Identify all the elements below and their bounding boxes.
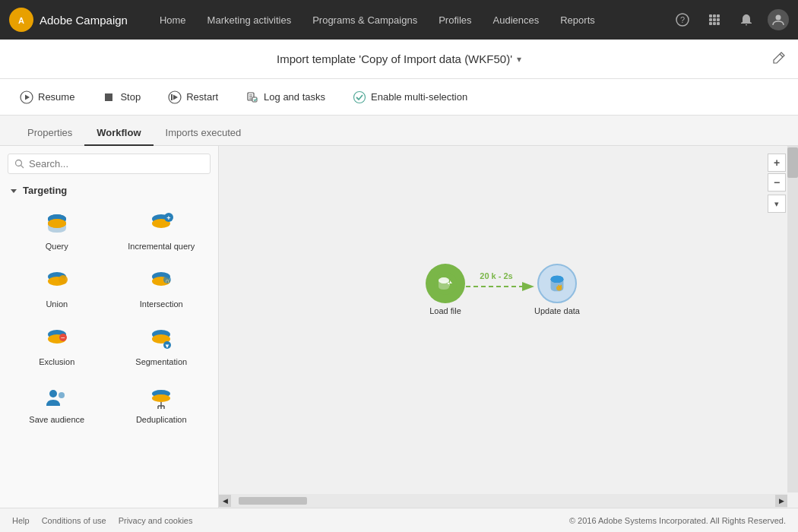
sidebar: Targeting Query + [0,146,219,508]
header-title: Import template 'Copy of Import data (WK… [277,52,521,65]
sidebar-item-query[interactable]: Query [8,205,106,257]
svg-point-68 [551,276,564,283]
tab-workflow[interactable]: Workflow [84,121,153,146]
svg-point-54 [59,392,65,398]
nav-home[interactable]: Home [150,10,195,30]
sidebar-item-save-audience[interactable]: Save audience [8,378,106,430]
edit-icon[interactable] [772,51,786,68]
resume-icon [20,90,33,104]
intersection-icon: ∩ [147,269,175,296]
enable-multiselect-button[interactable]: Enable multi-selection [348,87,472,107]
vertical-scrollbar-thumb [787,147,798,178]
svg-text:▼: ▼ [164,343,170,350]
user-icon[interactable] [768,9,789,30]
connector-svg: 20 k - 2s [219,146,796,508]
logo-text: Adobe Campaign [40,14,128,27]
scroll-track [231,497,775,505]
load-file-circle [426,264,465,303]
nav-profiles[interactable]: Profiles [429,10,480,30]
save-audience-label: Save audience [29,415,84,424]
query-label: Query [46,242,68,251]
stop-icon [102,90,116,104]
nav-marketing[interactable]: Marketing activities [198,10,301,30]
restart-icon [168,90,182,104]
log-tasks-icon [245,90,259,104]
vertical-scrollbar[interactable] [787,146,798,492]
footer-privacy[interactable]: Privacy and cookies [119,516,193,525]
footer-conditions[interactable]: Conditions of use [42,516,106,525]
zoom-out-button[interactable]: − [768,173,786,192]
sidebar-item-segmentation[interactable]: ▼ Segmentation [112,321,211,372]
svg-text:?: ? [680,15,685,24]
search-input[interactable] [29,158,204,169]
tab-imports-executed[interactable]: Imports executed [154,121,254,146]
logo-icon: A [9,8,33,32]
targeting-label: Targeting [23,185,67,196]
header-bar: Import template 'Copy of Import data (WK… [0,40,798,79]
sidebar-item-exclusion[interactable]: − Exclusion [8,321,106,372]
update-data-node[interactable]: Update data [534,264,580,315]
footer: Help Conditions of use Privacy and cooki… [0,508,798,532]
canvas-scroll-down-button[interactable]: ▾ [768,195,786,213]
exclusion-icon: − [43,327,71,354]
notifications-icon[interactable] [736,9,757,30]
svg-line-28 [21,165,24,168]
svg-marker-16 [25,94,30,100]
resume-button[interactable]: Resume [15,87,79,107]
svg-marker-19 [173,94,178,100]
svg-point-56 [152,394,170,402]
stop-button[interactable]: Stop [97,87,145,107]
apps-icon[interactable] [704,9,725,30]
header-chevron-icon: ▾ [517,54,521,65]
footer-copyright: © 2016 Adobe Systems Incorporated. All R… [569,516,786,525]
svg-rect-7 [709,18,712,21]
collapse-icon [9,186,18,195]
footer-help[interactable]: Help [12,516,30,525]
svg-text:+: + [167,214,171,222]
nav-reports[interactable]: Reports [551,10,604,30]
scroll-left-button[interactable]: ◀ [219,495,231,507]
search-icon [14,159,25,169]
load-file-node[interactable]: Load file [426,264,465,315]
segmentation-icon: ▼ [147,327,175,354]
zoom-in-button[interactable]: + [768,154,786,172]
query-icon [43,211,71,239]
horizontal-scrollbar[interactable]: ◀ ▶ [219,494,787,508]
sidebar-item-deduplication[interactable]: Deduplication [112,378,211,430]
header-title-text: Import template 'Copy of Import data (WK… [277,52,512,65]
segmentation-label: Segmentation [135,357,187,366]
restart-button[interactable]: Restart [163,87,223,107]
svg-text:20 k - 2s: 20 k - 2s [480,271,512,280]
sidebar-item-intersection[interactable]: ∩ Intersection [112,263,211,315]
svg-point-13 [776,15,781,21]
svg-point-26 [354,91,366,103]
sidebar-item-incremental-query[interactable]: + Incremental query [112,205,211,257]
nav-programs[interactable]: Programs & Campaigns [303,10,426,30]
svg-rect-10 [709,22,712,25]
svg-rect-12 [717,22,720,25]
svg-point-40 [59,275,68,284]
incremental-query-icon: + [147,211,175,239]
log-tasks-button[interactable]: Log and tasks [241,87,330,107]
enable-multiselect-icon [353,90,366,104]
tab-properties[interactable]: Properties [15,121,84,146]
nav-icon-group: ? [672,9,789,30]
scroll-right-button[interactable]: ▶ [775,495,787,507]
search-box[interactable] [8,154,211,174]
targeting-section-header[interactable]: Targeting [8,182,211,199]
toolbar: Resume Stop Restart Log and tasks Enable… [0,79,798,116]
help-icon[interactable]: ? [672,9,693,30]
deduplication-icon [147,385,175,412]
logo[interactable]: A Adobe Campaign [9,8,128,32]
load-file-icon [433,271,458,296]
update-data-circle [537,264,577,303]
svg-point-53 [49,390,57,397]
svg-point-66 [439,277,449,283]
sidebar-item-union[interactable]: Union [8,263,106,315]
workflow-canvas-area: 20 k - 2s Load file [219,146,798,508]
nav-links: Home Marketing activities Programs & Cam… [150,10,672,30]
svg-rect-11 [713,22,716,25]
svg-text:∩: ∩ [165,277,169,284]
footer-links: Help Conditions of use Privacy and cooki… [12,516,192,525]
nav-audiences[interactable]: Audiences [484,10,549,30]
